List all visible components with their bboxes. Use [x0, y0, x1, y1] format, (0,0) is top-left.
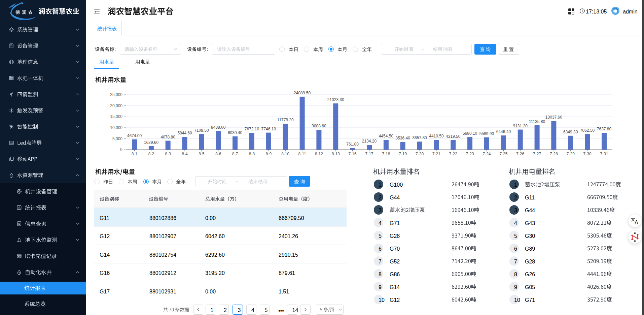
- svg-text:8-8: 8-8: [249, 152, 255, 156]
- svg-text:7672.10: 7672.10: [245, 127, 259, 131]
- svg-text:8-4: 8-4: [182, 152, 188, 156]
- svg-text:7-29: 7-29: [567, 152, 575, 156]
- svg-text:8-3: 8-3: [165, 152, 171, 156]
- svg-text:8-5: 8-5: [199, 152, 205, 156]
- svg-text:11779.20: 11779.20: [277, 118, 294, 122]
- svg-text:7-26: 7-26: [516, 152, 524, 156]
- svg-text:761.80: 761.80: [346, 142, 359, 147]
- svg-text:3536.40: 3536.40: [396, 136, 410, 140]
- svg-text:6030.40: 6030.40: [228, 130, 243, 135]
- svg-text:8-7: 8-7: [232, 152, 238, 156]
- svg-text:7062.50: 7062.50: [580, 128, 595, 133]
- svg-text:10,000: 10,000: [110, 125, 122, 130]
- svg-text:7-17: 7-17: [365, 152, 373, 156]
- svg-text:8-9: 8-9: [266, 152, 272, 156]
- svg-text:7-18: 7-18: [382, 152, 390, 156]
- svg-text:7-20: 7-20: [416, 152, 424, 156]
- svg-text:4319.50: 4319.50: [446, 134, 461, 139]
- svg-text:8-13: 8-13: [332, 152, 340, 156]
- svg-text:4674.00: 4674.00: [127, 133, 142, 138]
- svg-text:5589.90: 5589.90: [479, 131, 494, 136]
- svg-text:8-6: 8-6: [215, 152, 221, 156]
- svg-text:7-27: 7-27: [533, 152, 541, 156]
- svg-text:7-28: 7-28: [550, 152, 558, 156]
- svg-text:24089.50: 24089.50: [294, 91, 311, 95]
- svg-text:7108.50: 7108.50: [194, 128, 209, 133]
- svg-text:7-23: 7-23: [466, 152, 474, 156]
- svg-text:9008.60: 9008.60: [312, 124, 326, 128]
- svg-text:6349.30: 6349.30: [563, 130, 578, 134]
- svg-text:7-30: 7-30: [583, 152, 592, 156]
- svg-text:3657.80: 3657.80: [412, 135, 427, 140]
- svg-text:7-16: 7-16: [349, 152, 357, 156]
- svg-text:25,000: 25,000: [110, 92, 122, 97]
- svg-text:2134.20: 2134.20: [362, 139, 377, 144]
- svg-text:15,000: 15,000: [110, 114, 122, 119]
- svg-text:7-19: 7-19: [399, 152, 407, 156]
- svg-text:8-11: 8-11: [298, 152, 306, 156]
- svg-text:7746.10: 7746.10: [261, 127, 276, 131]
- svg-text:4454.50: 4454.50: [379, 134, 394, 138]
- svg-text:4410.50: 4410.50: [429, 134, 444, 138]
- svg-text:7-22: 7-22: [449, 152, 457, 156]
- svg-text:7-24: 7-24: [482, 152, 491, 156]
- svg-text:8-12: 8-12: [315, 152, 323, 156]
- svg-text:21023.30: 21023.30: [327, 97, 344, 102]
- svg-text:7637.80: 7637.80: [597, 127, 612, 131]
- svg-text:1629.60: 1629.60: [144, 140, 159, 145]
- svg-text:8438.00: 8438.00: [211, 125, 226, 130]
- svg-text:20,000: 20,000: [110, 103, 122, 108]
- svg-text:5844.60: 5844.60: [177, 131, 192, 135]
- svg-text:13037.60: 13037.60: [545, 115, 562, 120]
- svg-text:5680.10: 5680.10: [463, 131, 477, 136]
- svg-text:7-25: 7-25: [499, 152, 507, 156]
- svg-text:4078.80: 4078.80: [161, 135, 176, 139]
- svg-text:11135.80: 11135.80: [529, 119, 545, 124]
- svg-text:7-31: 7-31: [600, 152, 608, 156]
- svg-text:8-1: 8-1: [132, 152, 138, 156]
- svg-text:9131.20: 9131.20: [513, 124, 528, 128]
- svg-text:5,000: 5,000: [112, 136, 122, 141]
- svg-text:8-10: 8-10: [281, 152, 289, 156]
- svg-text:8-2: 8-2: [148, 152, 154, 156]
- svg-text:6446.40: 6446.40: [496, 129, 511, 134]
- svg-text:7-21: 7-21: [432, 152, 440, 156]
- svg-text:0: 0: [120, 147, 122, 152]
